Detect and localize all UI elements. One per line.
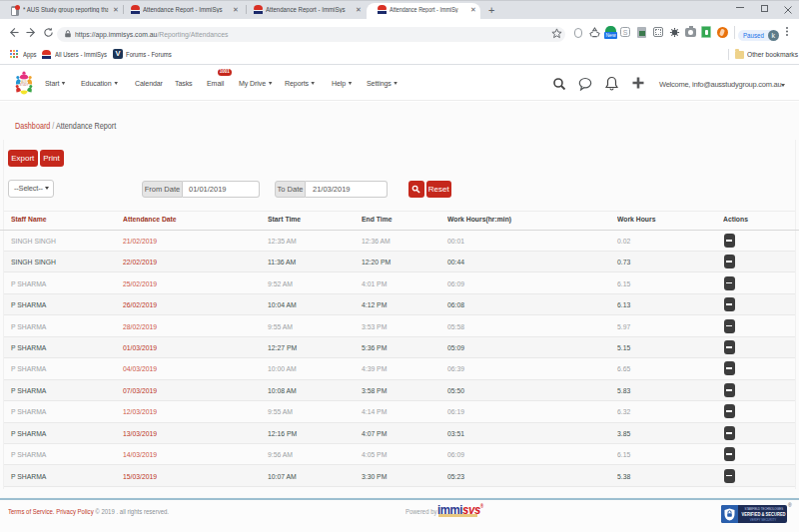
svg-text:STUDY: STUDY [20, 83, 29, 87]
